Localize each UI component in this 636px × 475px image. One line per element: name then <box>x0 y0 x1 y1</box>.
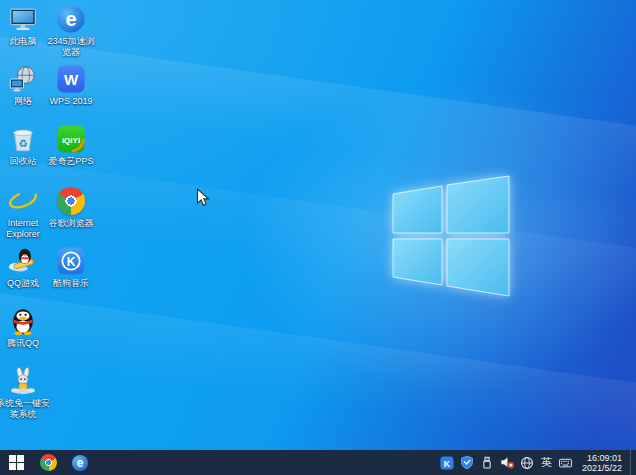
desktop-icon-kugou-music[interactable]: K 酷狗音乐 <box>43 246 99 289</box>
icon-label: 2345加速浏览器 <box>43 36 99 58</box>
desktop-icon-system-rabbit[interactable]: 系统兔一键安装系统 <box>0 366 51 420</box>
icon-label: 回收站 <box>10 156 37 167</box>
qq-games-icon <box>8 246 38 276</box>
svg-text:W: W <box>64 71 79 88</box>
chrome-icon <box>40 454 57 471</box>
touch-keyboard-button[interactable] <box>558 455 573 470</box>
tray-network-button[interactable] <box>520 455 535 470</box>
clock-time: 16:09:01 <box>582 453 622 463</box>
desktop-icon-tencent-qq[interactable]: 腾讯QQ <box>0 306 51 349</box>
taskbar-chrome-button[interactable] <box>32 450 64 475</box>
tray-kugou-button[interactable]: K <box>440 455 455 470</box>
taskbar-clock[interactable]: 16:09:01 2021/5/22 <box>578 453 625 473</box>
icon-label: 系统兔一键安装系统 <box>0 398 51 420</box>
iqiyi-icon: iQIYI <box>56 124 86 154</box>
ime-language-indicator[interactable]: 英 <box>540 450 553 475</box>
start-button[interactable] <box>0 450 32 475</box>
usb-device-icon <box>480 455 494 470</box>
this-pc-icon <box>8 4 38 34</box>
mouse-cursor <box>196 188 210 212</box>
windows-start-icon <box>9 455 24 470</box>
tencent-qq-icon <box>8 306 38 336</box>
icon-label: 谷歌浏览器 <box>49 218 94 229</box>
icon-label: WPS 2019 <box>49 96 92 107</box>
show-desktop-button[interactable] <box>630 450 634 475</box>
tray-security-shield-button[interactable] <box>460 455 475 470</box>
2345-browser-icon: e <box>71 454 89 472</box>
internet-explorer-icon: e <box>8 186 38 216</box>
svg-text:e: e <box>65 8 76 30</box>
taskbar: e K <box>0 450 636 475</box>
wps-icon: W <box>56 64 86 94</box>
svg-text:K: K <box>67 255 76 269</box>
svg-text:iQIYI: iQIYI <box>62 136 80 145</box>
icon-label: 此电脑 <box>10 36 37 47</box>
network-icon <box>8 64 38 94</box>
icon-label: 爱奇艺PPS <box>48 156 93 167</box>
icon-label: QQ游戏 <box>7 278 39 289</box>
recycle-bin-icon: ♻ <box>8 124 38 154</box>
taskbar-2345-browser-button[interactable]: e <box>64 450 96 475</box>
kugou-icon: K <box>56 246 86 276</box>
system-tray: K <box>440 450 634 475</box>
clock-date: 2021/5/22 <box>582 463 622 473</box>
desktop-icon-2345-browser[interactable]: e 2345加速浏览器 <box>43 4 99 58</box>
2345-browser-icon: e <box>56 4 86 34</box>
svg-text:e: e <box>16 186 30 214</box>
svg-text:♻: ♻ <box>18 137 27 149</box>
desktop-icon-wps-2019[interactable]: W WPS 2019 <box>43 64 99 107</box>
desktop-icon-iqiyi-pps[interactable]: iQIYI 爱奇艺PPS <box>43 124 99 167</box>
tray-usb-button[interactable] <box>480 455 495 470</box>
icon-label: 腾讯QQ <box>7 338 39 349</box>
svg-text:K: K <box>444 458 451 468</box>
kugou-tray-icon: K <box>440 456 454 470</box>
svg-text:e: e <box>77 456 84 470</box>
shield-icon <box>460 455 474 470</box>
system-rabbit-icon <box>8 366 38 396</box>
desktop-icon-chrome[interactable]: 谷歌浏览器 <box>43 186 99 229</box>
keyboard-icon <box>558 456 573 470</box>
icon-label: 酷狗音乐 <box>53 278 89 289</box>
windows-desktop: 此电脑 e 2345加速浏览器 网络 <box>0 0 636 475</box>
speaker-muted-icon <box>500 455 515 470</box>
icon-label: 网络 <box>14 96 32 107</box>
globe-network-icon <box>520 456 534 470</box>
tray-volume-muted-button[interactable] <box>500 455 515 470</box>
chrome-icon <box>56 186 86 216</box>
